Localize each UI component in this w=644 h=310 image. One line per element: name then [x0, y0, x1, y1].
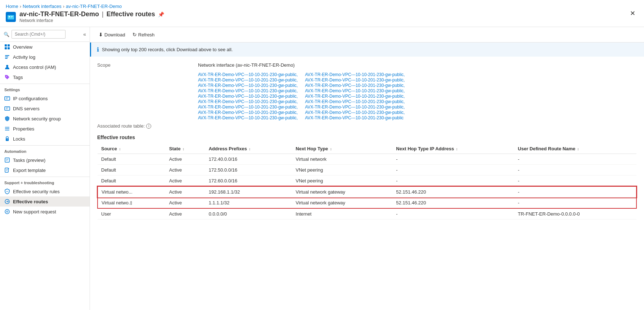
col-user-defined: User Defined Route Name ↕ — [514, 144, 636, 154]
activity-log-icon — [4, 54, 10, 60]
source-cell: Virtual netwo... — [98, 186, 166, 198]
toolbar: ⬇ Download ↻ Refresh — [90, 27, 644, 43]
page-title-row: av-nic-TR-FNET-ER-Demo | Effective route… — [6, 10, 627, 23]
route-link-17[interactable]: AVX-TR-ER-Demo-VPC---10-10-201-230-gw-pu… — [198, 115, 298, 120]
svg-rect-16 — [5, 107, 10, 110]
col-next-hop-ip: Next Hop Type IP Address ↕ — [392, 144, 514, 154]
nexthop-cell: Virtual network — [292, 154, 392, 165]
table-body: Default Active 172.40.0.0/16 Virtual net… — [98, 154, 636, 220]
sidebar-item-dns-servers[interactable]: DNS servers — [0, 103, 90, 114]
route-link-9[interactable]: AVX-TR-ER-Demo-VPC---10-10-201-230-gw-pu… — [198, 94, 298, 99]
address-cell: 172.60.0.0/16 — [205, 176, 292, 187]
table-header: Source ↕ State ↕ Address Prefixes ↕ Ne — [98, 144, 636, 154]
svg-point-12 — [6, 76, 7, 77]
download-button[interactable]: ⬇ Download — [96, 30, 128, 39]
access-control-icon — [4, 64, 10, 70]
main-layout: 🔍 « Overview Activity log Access control… — [0, 27, 644, 310]
sidebar-section-support: Support + troubleshooting — [0, 177, 90, 186]
nexthopip-cell: - — [392, 165, 514, 176]
userdefined-cell: - — [514, 165, 636, 176]
refresh-label: Refresh — [138, 32, 155, 37]
locks-icon — [4, 136, 10, 142]
breadcrumb-home[interactable]: Home — [6, 4, 18, 9]
sidebar-item-effective-routes[interactable]: Effective routes — [0, 196, 90, 207]
pin-icon[interactable]: 📌 — [158, 12, 164, 17]
sidebar-item-network-security-group[interactable]: Network security group — [0, 114, 90, 124]
breadcrumb-network-interfaces[interactable]: Network interfaces — [23, 4, 62, 9]
nexthop-cell: VNet peering — [292, 165, 392, 176]
sidebar-access-control-label: Access control (IAM) — [13, 65, 56, 70]
route-link-11[interactable]: AVX-TR-ER-Demo-VPC---10-10-201-230-gw-pu… — [198, 99, 298, 104]
search-box: 🔍 « — [0, 27, 90, 42]
sort-nexthopip-icon[interactable]: ↕ — [456, 147, 458, 151]
dns-icon — [4, 106, 10, 111]
content-area: ⬇ Download ↻ Refresh ℹ Showing only top … — [90, 27, 644, 310]
sort-source-icon[interactable]: ↕ — [119, 147, 121, 151]
sidebar-item-activity-log[interactable]: Activity log — [0, 52, 90, 62]
sidebar: 🔍 « Overview Activity log Access control… — [0, 27, 90, 310]
route-link-8[interactable]: AVX-TR-ER-Demo-VPC---10-10-201-230-gw-pu… — [305, 88, 405, 93]
svg-point-32 — [5, 209, 9, 214]
sidebar-item-effective-security-rules[interactable]: Effective security rules — [0, 186, 90, 196]
collapse-sidebar-button[interactable]: « — [83, 31, 86, 37]
scope-value: Network interface (av-nic-TR-FNET-ER-Dem… — [198, 62, 295, 68]
sidebar-tags-label: Tags — [13, 75, 23, 80]
route-link-14[interactable]: AVX-TR-ER-Demo-VPC---10-10-201-230-gw-pu… — [305, 105, 405, 110]
svg-rect-1 — [9, 16, 10, 17]
sidebar-tasks-label: Tasks (preview) — [13, 158, 45, 163]
route-link-2[interactable]: AVX-TR-ER-Demo-VPC---10-10-201-230-gw-pu… — [305, 72, 405, 77]
sort-address-icon[interactable]: ↕ — [249, 147, 251, 151]
nexthop-cell: Virtual network gateway — [292, 198, 392, 209]
table-row-highlighted: Virtual netwo... Active 192.168.1.1/32 V… — [98, 186, 636, 198]
sidebar-item-tags[interactable]: Tags — [0, 72, 90, 82]
sidebar-properties-label: Properties — [13, 126, 34, 132]
address-cell: 192.168.1.1/32 — [205, 186, 292, 198]
sort-state-icon[interactable]: ↕ — [183, 147, 184, 151]
route-link-13[interactable]: AVX-TR-ER-Demo-VPC---10-10-201-230-gw-pu… — [198, 105, 298, 110]
nexthopip-cell: 52.151.46.220 — [392, 198, 514, 209]
assoc-route-table-row: Associated route table: i — [97, 123, 637, 129]
source-cell: Default — [98, 154, 166, 165]
sidebar-item-new-support-request[interactable]: New support request — [0, 207, 90, 217]
sidebar-item-ip-configurations[interactable]: IP configurations — [0, 93, 90, 103]
close-button[interactable]: ✕ — [627, 8, 638, 19]
sort-nexthop-icon[interactable]: ↕ — [330, 147, 332, 151]
route-link-5[interactable]: AVX-TR-ER-Demo-VPC---10-10-201-230-gw-pu… — [198, 83, 298, 88]
sidebar-item-tasks[interactable]: Tasks (preview) — [0, 155, 90, 165]
userdefined-cell: TR-FNET-ER-Demo-0.0.0.0-0 — [514, 208, 636, 220]
route-link-10[interactable]: AVX-TR-ER-Demo-VPC---10-10-201-230-gw-pu… — [305, 94, 405, 99]
refresh-button[interactable]: ↻ Refresh — [130, 30, 158, 39]
sidebar-section-automation: Automation — [0, 145, 90, 155]
sidebar-item-overview[interactable]: Overview — [0, 42, 90, 52]
address-cell: 172.50.0.0/16 — [205, 165, 292, 176]
route-link-16[interactable]: AVX-TR-ER-Demo-VPC---10-10-201-230-gw-pu… — [305, 110, 405, 115]
state-cell: Active — [166, 198, 205, 209]
support-icon — [4, 209, 10, 214]
route-link-15[interactable]: AVX-TR-ER-Demo-VPC---10-10-201-230-gw-pu… — [198, 110, 298, 115]
route-link-7[interactable]: AVX-TR-ER-Demo-VPC---10-10-201-230-gw-pu… — [198, 88, 298, 93]
breadcrumb-resource[interactable]: av-nic-TR-FNET-ER-Demo — [66, 4, 122, 9]
route-link-4[interactable]: AVX-TR-ER-Demo-VPC---10-10-201-230-gw-pu… — [305, 78, 405, 83]
sidebar-item-access-control[interactable]: Access control (IAM) — [0, 62, 90, 72]
route-link-3[interactable]: AVX-TR-ER-Demo-VPC---10-10-201-230-gw-pu… — [198, 78, 298, 83]
state-cell: Active — [166, 176, 205, 187]
ip-configurations-icon — [4, 96, 10, 101]
svg-rect-10 — [5, 58, 8, 59]
sidebar-item-locks[interactable]: Locks — [0, 134, 90, 144]
svg-rect-24 — [5, 158, 9, 162]
sidebar-item-export-template[interactable]: Export template — [0, 165, 90, 175]
table-row: Default Active 172.60.0.0/16 VNet peerin… — [98, 176, 636, 187]
search-input[interactable] — [12, 30, 66, 39]
route-link-6[interactable]: AVX-TR-ER-Demo-VPC---10-10-201-230-gw-pu… — [305, 83, 405, 88]
route-link-12[interactable]: AVX-TR-ER-Demo-VPC---10-10-201-230-gw-pu… — [305, 99, 405, 104]
search-icon: 🔍 — [4, 32, 9, 37]
top-bar: Home › Network interfaces › av-nic-TR-FN… — [0, 0, 644, 27]
nsg-icon — [4, 116, 10, 121]
download-icon: ⬇ — [99, 32, 103, 37]
sidebar-item-properties[interactable]: Properties — [0, 124, 90, 134]
assoc-info-icon[interactable]: i — [146, 124, 151, 129]
content-body: Scope Network interface (av-nic-TR-FNET-… — [90, 57, 644, 225]
route-link-1[interactable]: AVX-TR-ER-Demo-VPC---10-10-201-230-gw-pu… — [198, 72, 298, 77]
sort-userdefined-icon[interactable]: ↕ — [577, 147, 579, 151]
route-link-18[interactable]: AVX-TR-ER-Demo-VPC---10-10-201-230-gw-pu… — [305, 115, 405, 120]
